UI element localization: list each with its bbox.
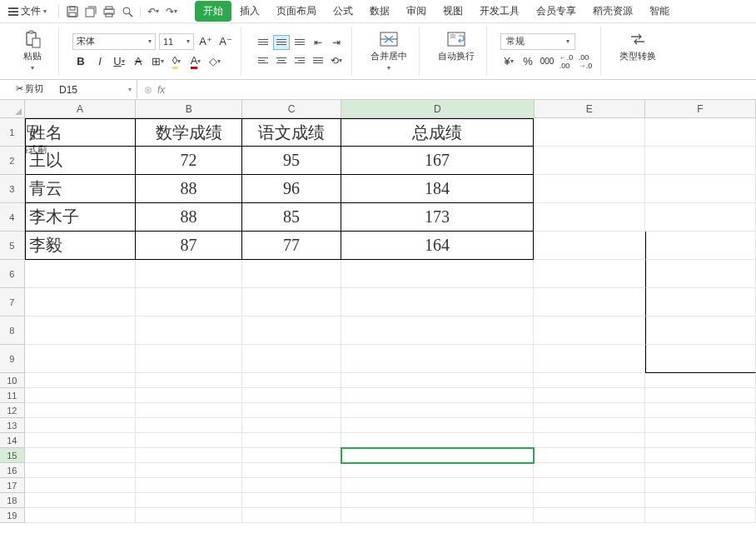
row-header-5[interactable]: 5 (0, 232, 25, 260)
cell-A9[interactable] (25, 345, 136, 373)
font-size-select[interactable]: 11▾ (159, 33, 194, 50)
cell-C1[interactable]: 语文成绩 (242, 118, 341, 147)
cell-C6[interactable] (242, 260, 341, 288)
cell-F4[interactable] (645, 203, 756, 232)
clear-format-button[interactable]: ◇▾ (206, 53, 223, 70)
decrease-font-button[interactable]: A⁻ (217, 33, 234, 50)
tab-formula[interactable]: 公式 (325, 1, 361, 22)
cell-F1[interactable] (645, 118, 756, 147)
cell-C13[interactable] (242, 418, 341, 433)
cell-E12[interactable] (534, 403, 644, 418)
tab-insert[interactable]: 插入 (231, 1, 268, 22)
col-header-C[interactable]: C (242, 100, 341, 118)
save-as-icon[interactable] (84, 5, 97, 18)
cell-A2[interactable]: 王以 (25, 147, 136, 175)
col-header-E[interactable]: E (535, 100, 645, 118)
cell-C14[interactable] (242, 433, 341, 448)
number-format-select[interactable]: 常规▾ (500, 33, 575, 50)
cell-E5[interactable] (534, 232, 644, 260)
cell-C12[interactable] (242, 403, 341, 418)
cell-D15[interactable] (341, 448, 535, 463)
cell-D14[interactable] (341, 433, 535, 448)
strikethrough-button[interactable]: A (130, 53, 147, 70)
tab-home[interactable]: 开始 (195, 1, 231, 22)
cell-B10[interactable] (136, 373, 242, 388)
cell-A6[interactable] (25, 260, 136, 288)
cell-D10[interactable] (341, 373, 535, 388)
cell-E13[interactable] (534, 418, 644, 433)
cell-E4[interactable] (534, 203, 644, 232)
cancel-formula-icon[interactable]: ⊗ (144, 84, 152, 96)
cell-B11[interactable] (136, 388, 242, 403)
currency-button[interactable]: ¥▾ (500, 53, 517, 70)
cell-D17[interactable] (341, 478, 535, 493)
cell-D1[interactable]: 总成绩 (341, 118, 535, 147)
cell-E1[interactable] (534, 118, 644, 147)
cell-A11[interactable] (25, 388, 136, 403)
cell-C5[interactable]: 77 (242, 232, 341, 260)
cell-D3[interactable]: 184 (341, 175, 535, 203)
cell-F13[interactable] (645, 418, 756, 433)
row-header-19[interactable]: 19 (0, 508, 25, 523)
fill-color-button[interactable]: ◊▾ (168, 53, 185, 70)
cell-F7[interactable] (645, 288, 756, 316)
cell-B17[interactable] (136, 478, 242, 493)
cell-E18[interactable] (534, 493, 644, 508)
row-header-2[interactable]: 2 (0, 147, 25, 175)
redo-icon[interactable]: ↷▾ (165, 5, 178, 18)
cell-B3[interactable]: 88 (136, 175, 242, 203)
cell-F3[interactable] (645, 175, 756, 203)
cell-B13[interactable] (136, 418, 242, 433)
row-header-7[interactable]: 7 (0, 288, 25, 316)
col-header-B[interactable]: B (136, 100, 242, 118)
row-header-4[interactable]: 4 (0, 203, 25, 232)
wrap-text-button[interactable]: 回 自动换行 (433, 27, 480, 66)
row-header-1[interactable]: 1 (0, 118, 25, 147)
cell-D5[interactable]: 164 (341, 232, 535, 260)
cell-A14[interactable] (25, 433, 136, 448)
cell-F8[interactable] (645, 316, 756, 345)
cell-D9[interactable] (341, 345, 535, 373)
cell-F11[interactable] (645, 388, 756, 403)
row-header-3[interactable]: 3 (0, 175, 25, 203)
decrease-decimal-button[interactable]: .00→.0 (577, 53, 594, 70)
cell-C3[interactable]: 96 (242, 175, 341, 203)
cell-C10[interactable] (242, 373, 341, 388)
tab-docer[interactable]: 稻壳资源 (584, 1, 641, 22)
increase-decimal-button[interactable]: ←.0.00 (558, 53, 574, 70)
cell-E7[interactable] (534, 288, 644, 316)
row-header-16[interactable]: 16 (0, 463, 25, 478)
cell-B5[interactable]: 87 (136, 232, 242, 260)
cell-C17[interactable] (242, 478, 341, 493)
row-header-14[interactable]: 14 (0, 433, 25, 448)
underline-button[interactable]: U▾ (111, 53, 127, 70)
cell-A18[interactable] (25, 493, 136, 508)
cell-A1[interactable]: 姓名 (25, 118, 136, 147)
tab-member[interactable]: 会员专享 (528, 1, 584, 22)
thousands-button[interactable]: 000 (539, 53, 555, 70)
justify-button[interactable] (310, 53, 326, 68)
cell-F6[interactable] (645, 260, 756, 288)
row-header-8[interactable]: 8 (0, 316, 25, 345)
row-header-10[interactable]: 10 (0, 373, 25, 388)
cell-B2[interactable]: 72 (136, 147, 242, 175)
cell-A5[interactable]: 李毅 (25, 232, 136, 260)
font-color-button[interactable]: A▾ (187, 53, 204, 70)
row-header-12[interactable]: 12 (0, 403, 25, 418)
cell-A7[interactable] (25, 288, 136, 316)
cell-D4[interactable]: 173 (341, 203, 535, 232)
cell-F5[interactable] (645, 232, 756, 260)
cell-B15[interactable] (136, 448, 242, 463)
increase-indent-button[interactable]: ⇥ (328, 35, 345, 50)
cell-E16[interactable] (534, 463, 644, 478)
cell-C18[interactable] (242, 493, 341, 508)
cell-C16[interactable] (242, 463, 341, 478)
cell-E17[interactable] (534, 478, 644, 493)
cell-F16[interactable] (645, 463, 756, 478)
cell-B7[interactable] (136, 288, 242, 316)
cell-E15[interactable] (534, 448, 644, 463)
bold-button[interactable]: B (72, 53, 89, 70)
row-header-11[interactable]: 11 (0, 388, 25, 403)
cell-D7[interactable] (341, 288, 535, 316)
cell-E8[interactable] (534, 316, 644, 345)
